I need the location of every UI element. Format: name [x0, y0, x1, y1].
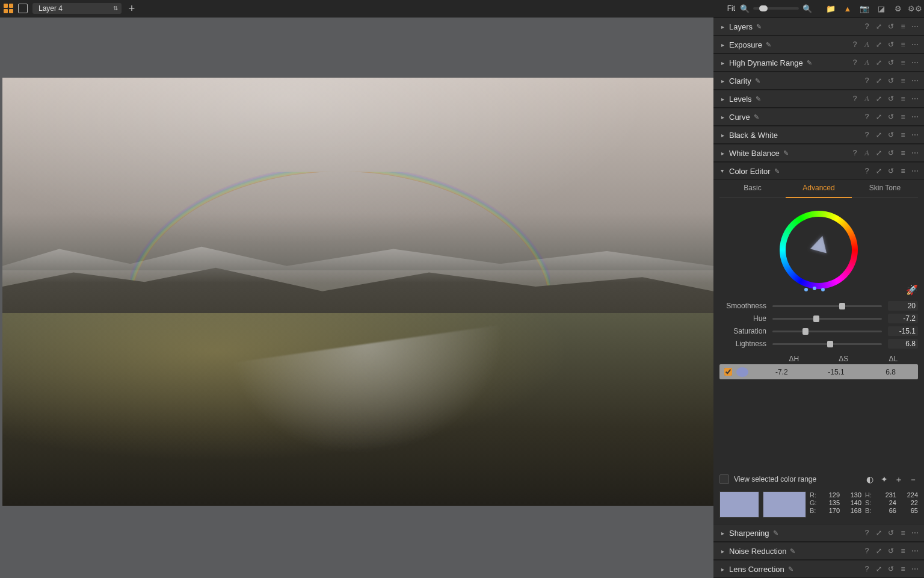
auto-icon[interactable]: A [863, 95, 871, 104]
layer-select[interactable]: Layer 4 ⇅ [32, 3, 122, 14]
slider-track[interactable] [772, 331, 882, 332]
more-icon[interactable]: ⋯ [911, 76, 919, 85]
reset-icon[interactable]: ↺ [887, 547, 895, 555]
panel-hdr[interactable]: ▸ High Dynamic Range ✎ ? A ⤢ ↺ ≡ ⋯ [713, 54, 924, 72]
auto-icon[interactable]: A [863, 149, 871, 158]
panel-curve[interactable]: ▸ Curve ✎ ? ⤢ ↺ ≡ ⋯ [713, 108, 924, 126]
panel-sharpening[interactable]: ▸ Sharpening ✎ ? ⤢ ↺ ≡ ⋯ [713, 524, 924, 542]
help-icon[interactable]: ? [851, 58, 859, 67]
slider-track[interactable] [772, 343, 882, 345]
menu-icon[interactable]: ≡ [899, 76, 907, 85]
help-icon[interactable]: ? [863, 565, 871, 573]
reset-icon[interactable]: ↺ [887, 167, 895, 175]
expand-icon[interactable]: ⤢ [875, 58, 883, 67]
reset-icon[interactable]: ↺ [887, 149, 895, 157]
reset-icon[interactable]: ↺ [887, 131, 895, 139]
expand-icon[interactable]: ⤢ [875, 40, 883, 49]
color-wheel[interactable] [780, 211, 858, 289]
image-viewer[interactable] [0, 17, 713, 578]
tab-advanced[interactable]: Advanced [786, 180, 852, 198]
tab-basic[interactable]: Basic [719, 180, 786, 197]
gears-tab-icon[interactable]: ⚙⚙ [910, 3, 920, 14]
panel-noise[interactable]: ▸ Noise Reduction ✎ ? ⤢ ↺ ≡ ⋯ [713, 542, 924, 560]
slider-value[interactable]: 20 [888, 301, 918, 311]
output-tab-icon[interactable]: ◪ [876, 3, 887, 14]
reset-icon[interactable]: ↺ [887, 529, 895, 537]
reset-icon[interactable]: ↺ [887, 40, 895, 49]
zoom-in-icon[interactable]: 🔍 [802, 4, 812, 13]
menu-icon[interactable]: ≡ [899, 95, 907, 103]
help-icon[interactable]: ? [863, 529, 871, 537]
menu-icon[interactable]: ≡ [899, 40, 907, 49]
adjust-tab-icon[interactable]: ▲ [842, 3, 853, 14]
help-icon[interactable]: ? [863, 547, 871, 555]
menu-icon[interactable]: ≡ [899, 113, 907, 121]
more-icon[interactable]: ⋯ [911, 95, 919, 103]
help-icon[interactable]: ? [863, 113, 871, 121]
capture-tab-icon[interactable]: 📷 [859, 3, 870, 14]
panel-color-editor[interactable]: ▸ Color Editor ✎ ? ⤢ ↺ ≡ ⋯ [713, 162, 924, 180]
expand-icon[interactable]: ⤢ [875, 167, 883, 175]
color-wheel-selector[interactable] [810, 234, 831, 253]
panel-layers[interactable]: ▸ Layers ✎ ? ⤢ ↺ ≡ ⋯ [713, 17, 924, 36]
expand-icon[interactable]: ⤢ [875, 76, 883, 85]
slider-value[interactable]: 6.8 [888, 339, 918, 349]
add-icon[interactable]: ＋ [894, 474, 904, 484]
reset-icon[interactable]: ↺ [887, 58, 895, 67]
viewer-mode-icon[interactable] [18, 4, 28, 13]
slider-value[interactable]: -15.1 [888, 326, 918, 336]
expand-icon[interactable]: ⤢ [875, 22, 883, 31]
expand-icon[interactable]: ⤢ [875, 547, 883, 555]
menu-icon[interactable]: ≡ [899, 58, 907, 67]
panel-bw[interactable]: ▸ Black & White ? ⤢ ↺ ≡ ⋯ [713, 126, 924, 144]
menu-icon[interactable]: ≡ [899, 547, 907, 555]
help-icon[interactable]: ? [863, 167, 871, 175]
delta-row-checkbox[interactable] [724, 368, 732, 376]
tab-skintone[interactable]: Skin Tone [852, 180, 918, 197]
help-icon[interactable]: ? [863, 76, 871, 85]
settings-tab-icon[interactable]: ⚙ [893, 3, 904, 14]
help-icon[interactable]: ? [851, 149, 859, 157]
more-icon[interactable]: ⋯ [911, 113, 919, 121]
slider-track[interactable] [772, 318, 882, 320]
reset-icon[interactable]: ↺ [887, 22, 895, 31]
help-icon[interactable]: ? [851, 95, 859, 103]
more-icon[interactable]: ⋯ [911, 22, 919, 31]
more-icon[interactable]: ⋯ [911, 167, 919, 175]
zoom-fit-label[interactable]: Fit [727, 4, 735, 13]
more-icon[interactable]: ⋯ [911, 58, 919, 67]
expand-icon[interactable]: ⤢ [875, 565, 883, 573]
panel-clarity[interactable]: ▸ Clarity ✎ ? ⤢ ↺ ≡ ⋯ [713, 72, 924, 90]
help-icon[interactable]: ? [863, 22, 871, 31]
menu-icon[interactable]: ≡ [899, 565, 907, 573]
help-icon[interactable]: ? [863, 131, 871, 139]
auto-icon[interactable]: A [863, 40, 871, 49]
delta-row[interactable]: -7.2 -15.1 6.8 [719, 364, 918, 379]
expand-icon[interactable]: ⤢ [875, 113, 883, 121]
menu-icon[interactable]: ≡ [899, 167, 907, 175]
menu-icon[interactable]: ≡ [899, 149, 907, 157]
more-icon[interactable]: ⋯ [911, 547, 919, 555]
expand-icon[interactable]: ⤢ [875, 149, 883, 157]
rocket-icon[interactable]: 🚀 [906, 284, 918, 296]
slider-track[interactable] [772, 305, 882, 307]
reset-icon[interactable]: ↺ [887, 76, 895, 85]
remove-icon[interactable]: － [908, 474, 918, 484]
panel-exposure[interactable]: ▸ Exposure ✎ ? A ⤢ ↺ ≡ ⋯ [713, 36, 924, 54]
expand-icon[interactable]: ⤢ [875, 95, 883, 103]
panel-levels[interactable]: ▸ Levels ✎ ? A ⤢ ↺ ≡ ⋯ [713, 90, 924, 108]
panel-lens[interactable]: ▸ Lens Correction ✎ ? ⤢ ↺ ≡ ⋯ [713, 560, 924, 578]
picker-icon[interactable]: ✦ [879, 474, 889, 484]
circle-icon[interactable]: ◐ [865, 474, 875, 484]
auto-icon[interactable]: A [863, 58, 871, 67]
reset-icon[interactable]: ↺ [887, 565, 895, 573]
reset-icon[interactable]: ↺ [887, 113, 895, 121]
zoom-out-icon[interactable]: 🔍 [740, 4, 750, 13]
panel-wb[interactable]: ▸ White Balance ✎ ? A ⤢ ↺ ≡ ⋯ [713, 144, 924, 162]
more-icon[interactable]: ⋯ [911, 565, 919, 573]
more-icon[interactable]: ⋯ [911, 149, 919, 157]
expand-icon[interactable]: ⤢ [875, 529, 883, 537]
expand-icon[interactable]: ⤢ [875, 131, 883, 139]
browser-grid-icon[interactable] [4, 4, 13, 13]
zoom-slider[interactable]: 🔍 🔍 [740, 4, 812, 13]
